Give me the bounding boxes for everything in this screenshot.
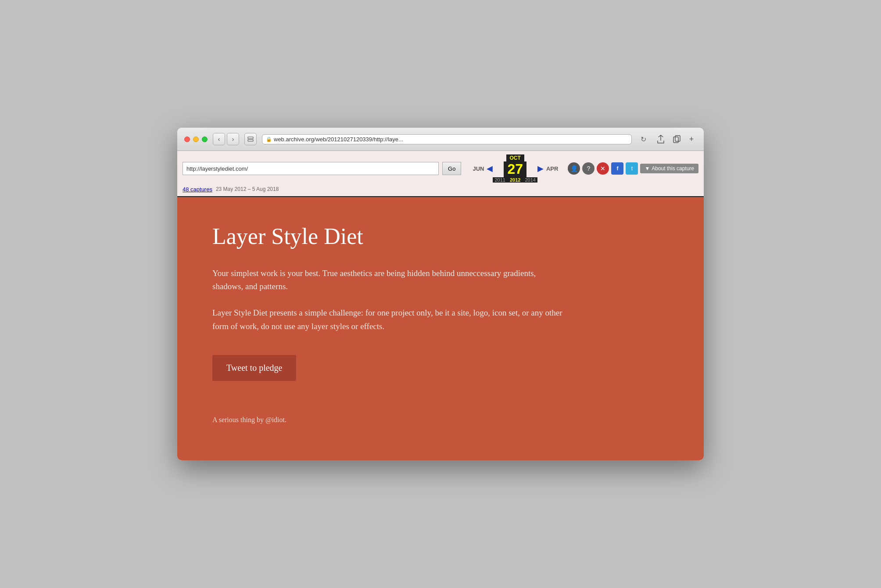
site-para-2: Layer Style Diet presents a simple chall…: [212, 306, 563, 333]
year-prev: 2011: [494, 177, 505, 183]
about-capture-button[interactable]: ▼ About this capture: [640, 164, 698, 173]
lock-icon: 🔒: [266, 136, 272, 142]
wayback-url-input[interactable]: [183, 162, 439, 175]
maximize-button[interactable]: [202, 136, 208, 142]
dropdown-arrow-icon: ▼: [645, 165, 650, 172]
calendar-widget: JUN ◀ OCT 27 2011 2012 2014 ▶ APR: [470, 154, 561, 182]
year-next: 2014: [525, 177, 535, 183]
wayback-help-icon[interactable]: ?: [582, 162, 594, 175]
wayback-url-row: Go JUN ◀ OCT 27 2011 2012 2014 ▶ APR: [177, 151, 704, 186]
close-button[interactable]: [184, 136, 190, 142]
site-para-1: Your simplest work is your best. True ae…: [212, 267, 563, 294]
wayback-close-icon[interactable]: ✕: [597, 162, 609, 175]
about-capture-label: About this capture: [652, 165, 694, 172]
add-tab-button[interactable]: +: [686, 134, 697, 144]
next-arrow[interactable]: ▶: [537, 164, 544, 173]
wayback-facebook-icon[interactable]: f: [611, 162, 623, 175]
wayback-user-icon[interactable]: 👤: [568, 162, 580, 175]
traffic-lights: [184, 136, 208, 142]
svg-rect-2: [673, 137, 678, 143]
year-curr: 2012: [510, 177, 520, 183]
wayback-twitter-icon[interactable]: t: [626, 162, 638, 175]
reload-button[interactable]: ↻: [637, 133, 649, 145]
wayback-icon-buttons: 👤 ? ✕ f t ▼ About this capture: [568, 162, 698, 175]
svg-rect-1: [248, 140, 253, 141]
month-next-label: APR: [544, 165, 561, 172]
tweet-to-pledge-button[interactable]: Tweet to pledge: [212, 355, 296, 381]
site-title: Layer Style Diet: [212, 223, 669, 249]
captures-dates: 23 May 2012 – 5 Aug 2018: [216, 186, 279, 192]
prev-arrow[interactable]: ◀: [487, 164, 493, 173]
back-button[interactable]: ‹: [213, 133, 225, 145]
tab-view-button[interactable]: [244, 133, 257, 145]
day-label: 27: [504, 161, 526, 177]
month-curr-label: OCT: [506, 154, 524, 161]
duplicate-button[interactable]: [670, 133, 683, 145]
wayback-toolbar: Go JUN ◀ OCT 27 2011 2012 2014 ▶ APR: [177, 151, 704, 197]
month-prev-label: JUN: [470, 165, 487, 172]
minimize-button[interactable]: [193, 136, 199, 142]
captures-link[interactable]: 48 captures: [183, 186, 212, 193]
svg-rect-0: [248, 137, 253, 139]
forward-button[interactable]: ›: [227, 133, 239, 145]
wayback-go-button[interactable]: Go: [442, 162, 461, 175]
address-bar[interactable]: 🔒 web.archive.org/web/20121027120339/htt…: [262, 134, 632, 144]
wayback-captures-row: 48 captures 23 May 2012 – 5 Aug 2018: [177, 186, 704, 196]
address-text: web.archive.org/web/20121027120339/http:…: [274, 136, 628, 143]
site-footer: A serious thing by @idiot.: [212, 416, 669, 424]
share-button[interactable]: [655, 133, 667, 145]
nav-buttons: ‹ ›: [213, 133, 239, 145]
site-content: Layer Style Diet Your simplest work is y…: [177, 197, 704, 460]
title-bar: ‹ › 🔒 web.archive.org/web/20121027120339…: [177, 128, 704, 151]
svg-rect-3: [675, 136, 680, 141]
toolbar-right: +: [655, 133, 697, 145]
browser-window: ‹ › 🔒 web.archive.org/web/20121027120339…: [177, 128, 704, 460]
